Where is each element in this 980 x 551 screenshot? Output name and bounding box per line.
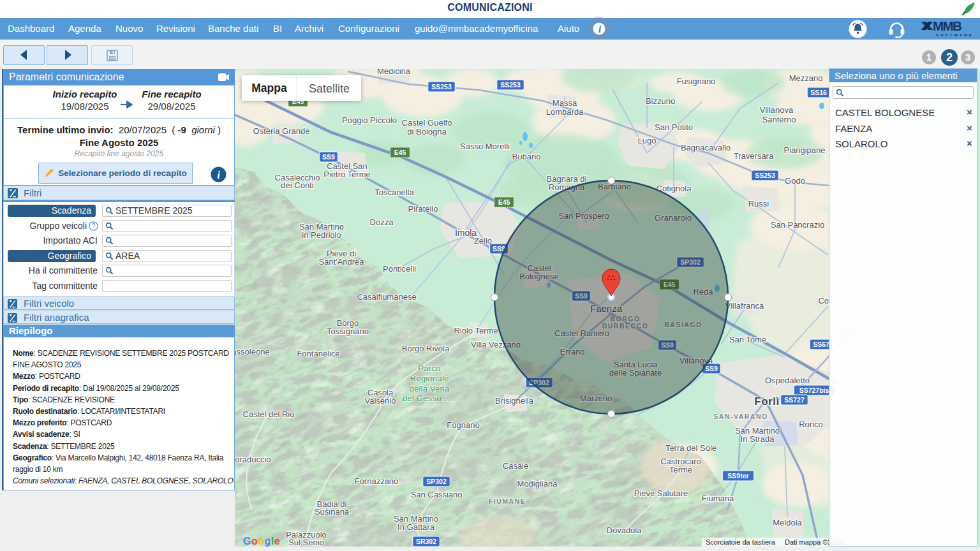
svg-text:Mezzano: Mezzano: [789, 73, 823, 83]
svg-text:Forlì: Forlì: [754, 395, 779, 408]
svg-text:Toscanella: Toscanella: [375, 187, 414, 197]
svg-text:Terra del Sole: Terra del Sole: [665, 443, 716, 453]
svg-text:FIUMANE: FIUMANE: [489, 497, 526, 505]
svg-text:Imola: Imola: [455, 228, 477, 238]
svg-text:SS67: SS67: [813, 341, 829, 348]
svg-text:Sul Senio: Sul Senio: [288, 538, 324, 547]
svg-text:Casale: Casale: [503, 461, 528, 471]
svg-text:Villanova: Villanova: [760, 105, 794, 115]
svg-text:Poggio Piccolo: Poggio Piccolo: [342, 115, 397, 125]
svg-text:Dovadola: Dovadola: [607, 525, 642, 535]
svg-text:Parco: Parco: [418, 364, 440, 373]
svg-text:Moraduccio: Moraduccio: [235, 455, 271, 464]
svg-text:SS727: SS727: [784, 396, 805, 404]
svg-text:Riolo Terme: Riolo Terme: [454, 326, 498, 335]
svg-text:Fornazzano: Fornazzano: [355, 476, 399, 486]
svg-text:Fognano: Fognano: [447, 420, 479, 430]
svg-text:Terme: Terme: [669, 465, 692, 474]
svg-text:Ponticelli: Ponticelli: [383, 264, 416, 274]
svg-text:Valsenio: Valsenio: [365, 396, 396, 406]
svg-text:Russi: Russi: [748, 199, 769, 209]
svg-text:del Gesso…: del Gesso…: [403, 393, 450, 403]
svg-text:Piangipane: Piangipane: [783, 145, 825, 155]
svg-text:San Tomè: San Tomè: [729, 335, 766, 344]
svg-text:SS253: SS253: [755, 172, 775, 179]
svg-text:Brisighella: Brisighella: [495, 396, 534, 406]
svg-text:Castel del Rio: Castel del Rio: [243, 409, 295, 419]
svg-text:Sant'Andrea: Sant'Andrea: [318, 257, 364, 267]
svg-text:?: ?: [92, 223, 96, 230]
svg-text:Borgo Rivola: Borgo Rivola: [402, 344, 450, 353]
svg-text:Tossignano: Tossignano: [327, 327, 369, 336]
svg-text:E45: E45: [394, 149, 406, 156]
svg-text:Fontanelice: Fontanelice: [297, 349, 339, 358]
svg-text:Piratello: Piratello: [408, 204, 438, 214]
svg-text:SS9: SS9: [322, 153, 335, 161]
svg-text:In Strada: In Strada: [741, 434, 775, 444]
svg-text:SS9ter: SS9ter: [727, 472, 748, 480]
svg-text:Susinana: Susinana: [315, 507, 350, 517]
svg-text:Osteria Grande: Osteria Grande: [253, 126, 310, 136]
svg-text:SS253: SS253: [431, 83, 452, 91]
svg-text:SP302: SP302: [426, 478, 447, 485]
svg-text:Lombarda: Lombarda: [546, 107, 584, 117]
svg-text:Godo: Godo: [785, 176, 805, 186]
svg-text:Regionale: Regionale: [410, 374, 449, 383]
svg-text:Meldola: Meldola: [773, 518, 802, 527]
svg-text:Massa: Massa: [553, 98, 577, 108]
svg-text:assoleone: assoleone: [235, 347, 270, 356]
svg-text:San Cassiano: San Cassiano: [411, 490, 463, 499]
svg-text:San Pancrazio: San Pancrazio: [771, 220, 825, 230]
svg-text:Traversara: Traversara: [734, 151, 774, 161]
svg-text:Sasso Morelli: Sasso Morelli: [460, 142, 510, 151]
svg-text:Fusignano: Fusignano: [677, 77, 716, 86]
svg-text:Medicina: Medicina: [377, 69, 411, 76]
svg-text:Dozza: Dozza: [370, 217, 394, 227]
svg-text:Satellite: Satellite: [309, 82, 350, 95]
svg-text:SOFTWARE: SOFTWARE: [936, 33, 973, 37]
svg-text:MMB: MMB: [933, 19, 961, 33]
svg-text:Bubano: Bubano: [512, 152, 541, 161]
svg-text:Pieve Salutare: Pieve Salutare: [634, 489, 688, 498]
svg-text:Lugo: Lugo: [638, 136, 657, 145]
svg-text:Castel Guelfo: Castel Guelfo: [402, 118, 452, 128]
svg-text:In Gattara: In Gattara: [397, 522, 435, 532]
svg-text:Pietro Terme: Pietro Terme: [323, 170, 370, 179]
svg-text:Scorciatoie da tastiera: Scorciatoie da tastiera: [706, 538, 776, 546]
svg-text:San Potito: San Potito: [655, 122, 693, 132]
svg-text:in Pedriolo: in Pedriolo: [302, 230, 341, 240]
svg-text:SS9: SS9: [705, 365, 718, 372]
svg-text:SS16: SS16: [810, 89, 827, 96]
svg-text:Santerno: Santerno: [762, 115, 796, 124]
svg-text:Ronco: Ronco: [799, 420, 823, 429]
svg-text:Modigliana: Modigliana: [517, 479, 558, 489]
svg-text:SR302: SR302: [416, 538, 436, 545]
svg-text:i: i: [217, 169, 220, 181]
svg-text:Bizzuno: Bizzuno: [646, 96, 675, 106]
svg-text:dei Conti: dei Conti: [281, 180, 313, 190]
svg-text:E45: E45: [498, 198, 510, 206]
svg-text:della Vena: della Vena: [409, 384, 450, 393]
svg-text:Ospedaletto: Ospedaletto: [765, 376, 810, 385]
svg-text:Zello: Zello: [474, 236, 492, 246]
svg-text:di Bologna: di Bologna: [407, 127, 447, 136]
svg-text:SS253: SS253: [500, 81, 521, 89]
svg-text:Mappa: Mappa: [251, 82, 287, 94]
svg-text:Google: Google: [243, 536, 280, 547]
svg-text:Bagnacavallo: Bagnacavallo: [681, 143, 731, 152]
svg-text:Casalfiumanese: Casalfiumanese: [357, 292, 416, 302]
svg-text:SS727bis: SS727bis: [799, 386, 829, 394]
svg-text:SAN-VARANO: SAN-VARANO: [713, 413, 768, 420]
svg-text:Fiumana: Fiumana: [702, 494, 734, 503]
svg-text:Villafranca: Villafranca: [725, 301, 764, 311]
